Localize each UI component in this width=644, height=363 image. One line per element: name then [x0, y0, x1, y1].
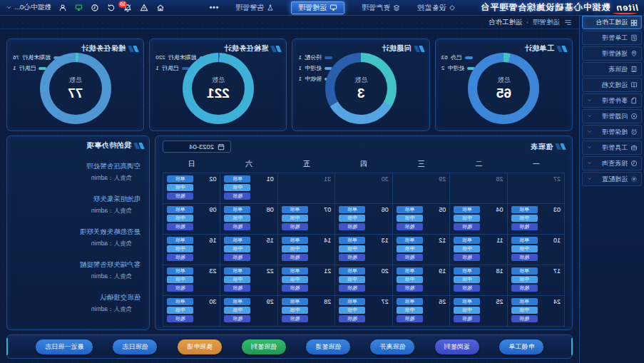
shift-tag[interactable]: 中班	[511, 307, 538, 314]
shift-tag[interactable]: 中班	[339, 245, 365, 252]
sidebar-item-7[interactable]: 维保管理	[582, 125, 642, 139]
shift-tag[interactable]: 晚班	[224, 223, 250, 230]
shift-tag[interactable]: 早班	[282, 206, 308, 213]
calendar-cell[interactable]: 18 早班中班晚班	[449, 265, 506, 296]
shift-tag[interactable]: 早班	[167, 175, 193, 183]
shift-tag[interactable]: 早班	[282, 298, 308, 305]
shift-tag[interactable]: 早班	[339, 237, 365, 244]
shift-tag[interactable]: 晚班	[282, 223, 308, 230]
home-icon-button[interactable]	[156, 4, 165, 12]
user-icon-button[interactable]	[58, 4, 67, 12]
calendar-cell[interactable]: 28 早班中班晚班	[277, 296, 334, 327]
shift-tag[interactable]: 早班	[224, 175, 250, 183]
shift-tag[interactable]: 早班	[167, 267, 193, 275]
action-button-6[interactable]: 值班日志	[113, 339, 157, 354]
shift-tag[interactable]: 晚班	[167, 254, 193, 261]
calendar-cell[interactable]: 29	[392, 173, 449, 204]
calendar-cell[interactable]: 31	[277, 173, 334, 204]
shift-tag[interactable]: 晚班	[282, 315, 308, 322]
shift-tag[interactable]: 晚班	[397, 254, 423, 261]
shift-tag[interactable]: 晚班	[511, 285, 538, 292]
shift-tag[interactable]: 中班	[282, 215, 308, 222]
calendar-cell[interactable]: 29 早班中班晚班	[220, 296, 277, 327]
action-button-2[interactable]: 值班离开	[370, 339, 414, 354]
shift-tag[interactable]: 晚班	[511, 254, 538, 261]
sidebar-item-10[interactable]: 运维配置	[582, 172, 642, 186]
shift-tag[interactable]: 晚班	[224, 285, 250, 292]
shift-tag[interactable]: 晚班	[224, 254, 250, 261]
shift-tag[interactable]: 中班	[454, 276, 480, 283]
nav-more-button[interactable]: •••	[209, 4, 219, 11]
shift-tag[interactable]: 中班	[282, 245, 308, 252]
shift-tag[interactable]: 早班	[397, 206, 423, 213]
site-selector[interactable]: 数据中心0...	[6, 3, 51, 12]
shift-tag[interactable]: 晚班	[339, 315, 365, 322]
shift-tag[interactable]: 中班	[397, 215, 423, 222]
shift-tag[interactable]: 晚班	[339, 254, 365, 261]
shift-tag[interactable]: 中班	[224, 276, 250, 283]
calendar-cell[interactable]: 16 早班中班晚班	[163, 235, 220, 265]
shift-tag[interactable]: 中班	[224, 307, 250, 314]
shift-tag[interactable]: 早班	[397, 267, 423, 275]
calendar-cell[interactable]: 25 早班中班晚班	[449, 296, 506, 327]
shift-tag[interactable]: 晚班	[511, 315, 538, 322]
shift-tag[interactable]: 晚班	[339, 223, 365, 230]
calendar-cell[interactable]: 02 早班中班晚班	[163, 173, 220, 204]
calendar-cell[interactable]: 10 早班中班晚班	[507, 235, 564, 265]
calendar-cell[interactable]: 04 早班中班晚班	[449, 204, 506, 235]
sidebar-item-5[interactable]: 事件管理	[582, 93, 642, 108]
sidebar-item-0[interactable]: 运维工作台	[582, 16, 642, 29]
shift-tag[interactable]: 早班	[224, 237, 250, 244]
shift-tag[interactable]: 中班	[454, 245, 480, 252]
shift-tag[interactable]: 早班	[224, 206, 250, 213]
nav-tab-2[interactable]: 运维管理	[291, 1, 344, 14]
shift-tag[interactable]: 晚班	[167, 223, 193, 230]
shift-tag[interactable]: 中班	[167, 276, 193, 283]
calendar-cell[interactable]: 19 早班中班晚班	[392, 265, 449, 296]
sidebar-item-4[interactable]: 运维文档	[582, 78, 642, 92]
calendar-cell[interactable]: 17 早班中班晚班	[507, 265, 564, 296]
refresh-icon-button[interactable]	[107, 4, 116, 12]
todo-item-title[interactable]: 空调高压告警处理	[16, 162, 140, 171]
shift-tag[interactable]: 早班	[339, 267, 365, 275]
shift-tag[interactable]: 晚班	[454, 285, 480, 292]
shift-tag[interactable]: 早班	[454, 267, 480, 275]
calendar-cell[interactable]: 01 早班中班晚班	[220, 173, 277, 204]
sidebar-item-8[interactable]: 工具管理	[582, 140, 642, 155]
todo-item-title[interactable]: 值班交接确认	[16, 293, 140, 302]
calendar-cell[interactable]: 13 早班中班晚班	[334, 235, 392, 265]
shift-tag[interactable]: 早班	[397, 298, 423, 305]
calendar-cell[interactable]: 24 早班中班晚班	[507, 296, 564, 327]
todo-item-title[interactable]: 是否忽略失败关联项	[16, 227, 140, 237]
calendar-cell[interactable]: 20 早班中班晚班	[334, 265, 392, 296]
shift-tag[interactable]: 中班	[339, 307, 365, 314]
shift-tag[interactable]: 早班	[167, 298, 193, 305]
calendar-cell[interactable]: 14 早班中班晚班	[277, 235, 334, 265]
calendar-cell[interactable]: 22 早班中班晚班	[220, 265, 277, 296]
sidebar-item-6[interactable]: 问题管理	[582, 109, 642, 123]
shift-tag[interactable]: 中班	[454, 307, 480, 314]
calendar-cell[interactable]: 07 早班中班晚班	[277, 204, 334, 235]
shift-tag[interactable]: 中班	[167, 184, 193, 191]
calendar-cell[interactable]: 28	[449, 173, 506, 204]
shift-tag[interactable]: 晚班	[454, 315, 480, 322]
shift-tag[interactable]: 早班	[511, 267, 538, 275]
shift-tag[interactable]: 晚班	[397, 315, 423, 322]
shift-tag[interactable]: 早班	[167, 206, 193, 213]
calendar-cell[interactable]: 05 早班中班晚班	[392, 204, 449, 235]
shift-tag[interactable]: 晚班	[454, 223, 480, 230]
shift-tag[interactable]: 中班	[224, 215, 250, 222]
calendar-cell[interactable]: 30 早班中班晚班	[163, 296, 220, 327]
nav-tab-0[interactable]: 设备监控	[417, 3, 456, 13]
shift-tag[interactable]: 晚班	[167, 315, 193, 322]
monitor-icon-button[interactable]	[75, 4, 83, 11]
shift-tag[interactable]: 晚班	[224, 193, 250, 200]
shift-tag[interactable]: 晚班	[282, 285, 308, 292]
shift-tag[interactable]: 中班	[397, 276, 423, 283]
shift-tag[interactable]: 中班	[511, 276, 538, 283]
shift-tag[interactable]: 早班	[397, 237, 423, 244]
calendar-cell[interactable]: 11 早班中班晚班	[449, 235, 506, 265]
shift-tag[interactable]: 晚班	[339, 285, 365, 292]
calendar-cell[interactable]: 27	[507, 173, 564, 204]
action-button-1[interactable]: 返岗签到	[435, 339, 479, 354]
